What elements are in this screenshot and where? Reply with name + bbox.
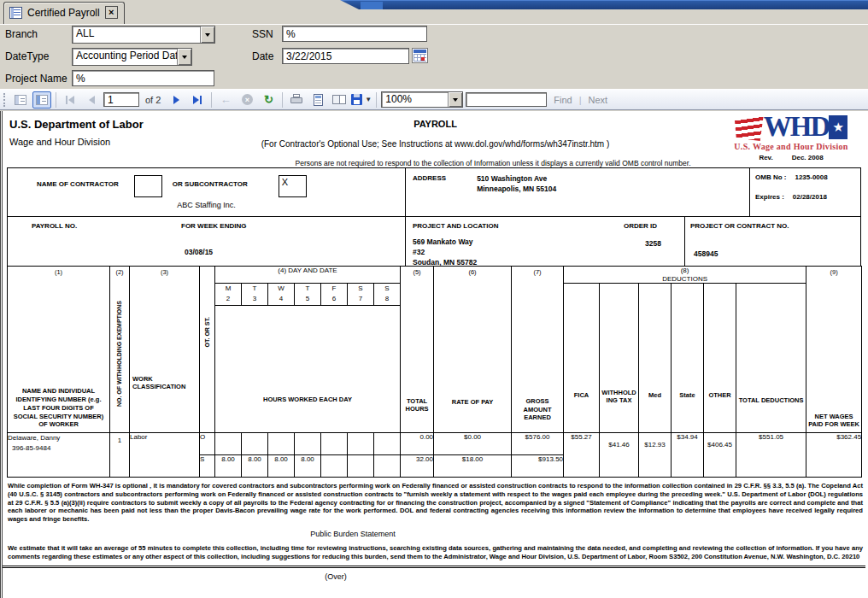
previous-page-button[interactable] [82,91,101,108]
total-deductions-value: $551.05 [736,433,806,478]
st-gross: $913.50 [512,455,564,478]
print-button[interactable] [287,91,306,108]
col-classification-header: (3) WORK CLASSIFICATION [130,267,200,433]
classification-value: Labor [130,433,200,478]
tab-bar: Certified Payroll × [3,2,125,24]
first-page-icon [66,96,67,104]
next-page-button[interactable] [167,91,185,108]
ot-day-cell [374,433,401,455]
col-gross-header: (7) GROSS AMOUNT EARNED [512,267,564,433]
day-header: T5 [295,284,321,306]
find-next-link[interactable]: Next [584,95,613,105]
day-header: W4 [268,284,295,306]
over-label: (Over) [259,572,413,581]
toolbar-separator [282,92,283,108]
document-map-button[interactable] [11,91,30,108]
st-day-cell [321,455,348,478]
page-setup-icon [332,95,346,104]
ssn-input[interactable] [282,26,427,42]
date-input[interactable] [282,48,409,64]
subcontractor-checkbox: X [279,175,307,197]
net-wages-value: $362.45 [806,433,862,478]
st-day-cell: 8.00 [268,455,295,478]
background-window-accent [361,2,383,9]
whd-logo-text: WHD [764,114,830,140]
whd-caption: U.S. Wage and Hour Division [719,142,863,151]
st-day-cell [374,455,401,478]
report-page: U.S. Department of Labor Wage and Hour D… [0,111,868,598]
zoom-select[interactable]: 100% [381,91,463,108]
zoom-value: 100% [382,92,448,107]
payroll-no-cell: PAYROLL NO. FOR WEEK ENDING 03/08/15 [8,217,405,266]
background-window-strip [340,0,868,9]
star-icon: ★ [829,115,847,139]
day-header: T3 [242,284,268,306]
save-export-icon [351,94,362,105]
page-setup-button[interactable] [330,91,349,108]
st-row-label: S [200,455,215,478]
page-count-label: of 2 [142,95,164,105]
calendar-icon[interactable] [412,48,428,63]
day-header: S7 [348,284,374,306]
burden-paragraph: We estimate that it will take an average… [8,544,863,560]
state-header: State [672,284,704,433]
contract-no-label: PROJECT OR CONTRACT NO. [690,222,789,230]
stop-button[interactable]: × [238,91,256,108]
branch-label: Branch [5,28,38,40]
ot-day-cell [321,433,348,455]
project-name-input[interactable] [72,70,214,86]
whd-logo: WHD ★ U.S. Wage and Hour Division Rev. D… [719,114,863,161]
datetype-select[interactable]: Accounting Period Date [72,48,192,66]
parameters-icon [36,95,48,105]
ssn-label: SSN [252,28,273,40]
order-id-label: ORDER ID [624,222,657,230]
calendar-icon-header [413,50,426,53]
fica-header: FICA [564,284,600,433]
datetype-selected-value: Accounting Period Date [73,49,177,65]
ot-day-cell [268,433,295,455]
footer-rule [3,566,865,568]
rev-label: Rev. [759,154,772,161]
datetype-label: DateType [5,50,49,62]
report-toolbar: of 2 ← × ↻ ▼ 100% Find | Next [0,89,868,110]
datetype-dropdown-button[interactable] [177,49,191,65]
hours-worked-header: HOURS WORKED EACH DAY [215,306,401,433]
st-day-cell: 8.00 [242,455,268,478]
col-otst-header: OT. OR ST. [200,267,215,433]
tab-close-button[interactable]: × [105,6,118,19]
previous-page-icon [89,96,95,104]
state-value: $34.94 [672,433,704,478]
first-page-button[interactable] [61,91,79,108]
zoom-dropdown-button[interactable] [448,92,462,107]
toolbar-grip[interactable] [3,93,6,107]
tab-title: Certified Payroll [27,7,100,19]
ot-day-cell [215,433,242,455]
col-exemptions-header: (2) NO. OF WITHHOLDING EXEMPTIONS [110,267,130,433]
parameters-toggle-button[interactable] [32,91,51,108]
last-page-button[interactable] [188,91,207,108]
contractor-checkbox [134,175,162,197]
refresh-icon: ↻ [264,94,273,105]
address-line1: 510 Washington Ave [477,174,556,185]
find-text-input[interactable] [466,92,547,107]
ot-row-label: O [200,433,215,455]
st-day-cell: 8.00 [215,455,242,478]
find-next-separator: | [579,95,582,105]
print-layout-button[interactable] [308,91,327,108]
other-value: $406.45 [704,433,736,478]
worker-name: Delaware, Danny [8,433,109,443]
branch-dropdown-button[interactable] [200,26,214,43]
day-header: M2 [215,284,242,306]
back-button[interactable]: ← [216,91,235,108]
page-number-input[interactable] [103,92,139,107]
refresh-button[interactable]: ↻ [259,91,278,108]
col-total-hours-header: (5) TOTAL HOURS [401,267,434,433]
week-ending-value: 03/08/15 [185,248,213,256]
tab-certified-payroll[interactable]: Certified Payroll × [3,2,125,24]
contractor-row: NAME OF CONTRACTOR OR SUBCONTRACTOR X AB… [8,168,860,217]
export-button[interactable]: ▼ [351,91,372,108]
omb-cell: OMB No : 1235-0008 Expires : 02/28/2018 [749,168,860,216]
find-link[interactable]: Find [549,95,576,105]
public-burden-title: Public Burden Statement [259,530,447,538]
branch-select[interactable]: ALL [72,26,215,44]
